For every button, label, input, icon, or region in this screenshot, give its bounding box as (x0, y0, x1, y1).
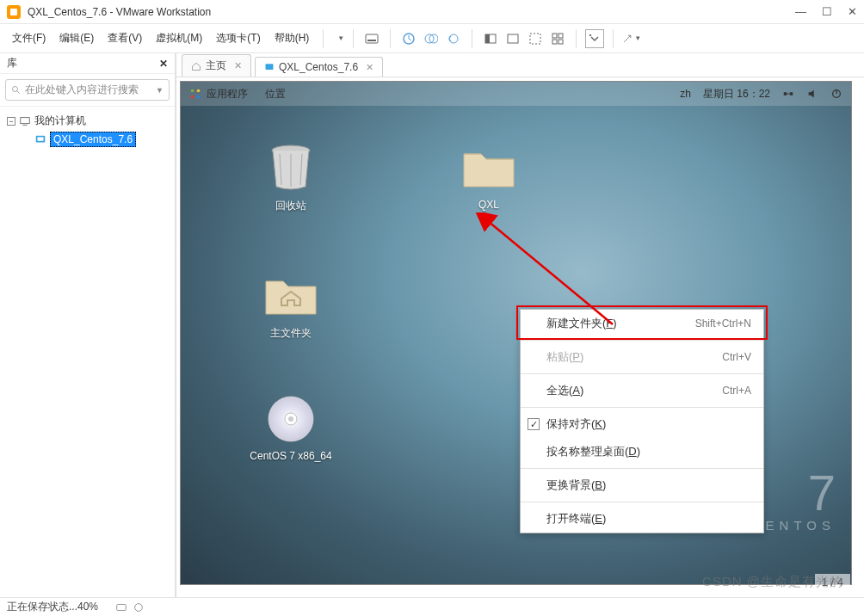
status-icons (115, 601, 145, 613)
tab-vm-label: QXL_Centos_7.6 (279, 61, 358, 73)
power-icon[interactable] (830, 88, 842, 100)
gnome-top-bar: 应用程序 位置 zh 星期日 16：22 (181, 82, 851, 106)
gnome-applications[interactable]: 应用程序 (207, 87, 248, 102)
close-button[interactable]: ✕ (848, 5, 857, 18)
desktop-trash[interactable]: 回收站 (239, 142, 343, 213)
menu-edit[interactable]: 编辑(E) (54, 28, 99, 48)
separator (472, 29, 472, 48)
dropdown-caret-icon: ▼ (156, 86, 164, 95)
gnome-lang[interactable]: zh (680, 88, 691, 100)
desktop-home-folder[interactable]: 主文件夹 (239, 269, 343, 341)
snapshot-manager-button[interactable] (422, 29, 441, 48)
separator (613, 29, 614, 48)
menu-help[interactable]: 帮助(H) (269, 28, 315, 48)
view-single-button[interactable] (481, 29, 500, 48)
svg-point-7 (449, 34, 458, 43)
svg-point-40 (288, 416, 293, 422)
tab-home[interactable]: 主页 ✕ (182, 54, 251, 77)
search-placeholder: 在此处键入内容进行搜索 (25, 83, 139, 97)
send-ctrl-alt-del-button[interactable] (362, 29, 381, 48)
tab-bar: 主页 ✕ QXL_Centos_7.6 ✕ (176, 53, 864, 77)
desktop-qxl-label: QXL (437, 199, 540, 211)
svg-point-25 (197, 89, 201, 93)
vm-screen[interactable]: 应用程序 位置 zh 星期日 16：22 回收站 (180, 81, 852, 585)
tree-root[interactable]: − 我的计算机 (7, 112, 168, 130)
menu-tabs[interactable]: 选项卡(T) (211, 28, 265, 48)
library-title: 库 (7, 56, 17, 71)
snapshot-button[interactable] (399, 29, 418, 48)
trash-icon (261, 142, 321, 194)
separator (323, 29, 324, 48)
ctx-new-folder[interactable]: 新建文件夹(F) Shift+Ctrl+N (521, 310, 763, 337)
separator (390, 29, 391, 48)
dropdown-caret-icon: ▼ (337, 34, 344, 42)
gnome-datetime[interactable]: 星期日 16：22 (703, 87, 770, 102)
svg-rect-13 (559, 34, 563, 38)
svg-point-27 (197, 95, 201, 99)
tab-close-icon[interactable]: ✕ (366, 62, 373, 73)
network-icon[interactable] (782, 88, 794, 100)
library-close-button[interactable]: ✕ (159, 58, 168, 70)
desktop-iso-label: CentOS 7 x86_64 (239, 450, 343, 462)
svg-rect-16 (589, 34, 591, 36)
ctx-select-all[interactable]: 全选(A) Ctrl+A (521, 377, 763, 404)
separator (576, 29, 577, 48)
ctx-organize[interactable]: 按名称整理桌面(D) (521, 438, 763, 465)
menu-file[interactable]: 文件(F) (7, 28, 51, 48)
library-search-input[interactable]: 在此处键入内容进行搜索 ▼ (5, 79, 170, 101)
search-icon (11, 85, 22, 95)
vm-viewport: 应用程序 位置 zh 星期日 16：22 回收站 (176, 77, 864, 597)
svg-point-26 (191, 95, 194, 99)
menu-vm[interactable]: 虚拟机(M) (151, 28, 207, 48)
volume-icon[interactable] (806, 88, 818, 100)
ctx-separator (521, 407, 763, 408)
tree-vm-item[interactable]: QXL_Centos_7.6 (34, 130, 168, 149)
svg-line-18 (17, 90, 20, 93)
fullscreen-button[interactable] (585, 29, 604, 48)
status-text: 正在保存状态...40% (7, 600, 98, 614)
tab-vm[interactable]: QXL_Centos_7.6 ✕ (255, 57, 383, 77)
folder-icon (459, 142, 519, 194)
view-unity-button[interactable] (548, 29, 567, 48)
svg-rect-19 (21, 117, 30, 123)
desktop-trash-label: 回收站 (239, 199, 343, 213)
ctx-keep-aligned[interactable]: ✓ 保持对齐(K) (521, 410, 763, 438)
minimize-button[interactable]: — (795, 5, 806, 18)
vm-tab-icon (264, 62, 275, 72)
desktop-qxl-folder[interactable]: QXL (437, 142, 540, 211)
main-area: 库 ✕ 在此处键入内容进行搜索 ▼ − 我的计算机 QXL_Centos_7.6 (0, 53, 864, 597)
view-console-button[interactable] (503, 29, 522, 48)
library-search: 在此处键入内容进行搜索 ▼ (0, 74, 175, 107)
svg-rect-12 (552, 34, 557, 38)
context-menu: 新建文件夹(F) Shift+Ctrl+N 粘贴(P) Ctrl+V 全选(A)… (520, 309, 764, 533)
svg-rect-23 (266, 64, 274, 70)
svg-point-17 (13, 86, 18, 91)
title-bar: QXL_Centos_7.6 - VMware Workstation — ☐ … (0, 0, 864, 24)
disk-icon[interactable] (115, 601, 127, 613)
pause-button[interactable]: ▼ (332, 34, 344, 42)
ctx-open-terminal[interactable]: 打开终端(E) (521, 505, 763, 533)
ctx-shortcut: Ctrl+V (722, 351, 751, 363)
menu-view[interactable]: 查看(V) (102, 28, 147, 48)
svg-rect-42 (117, 604, 127, 610)
view-thumbnail-button[interactable] (526, 29, 545, 48)
svg-rect-2 (366, 34, 378, 43)
tree-vm-label: QXL_Centos_7.6 (50, 132, 136, 147)
desktop-iso[interactable]: CentOS 7 x86_64 (239, 393, 343, 462)
menu-bar: 文件(F) 编辑(E) 查看(V) 虚拟机(M) 选项卡(T) 帮助(H) ▼ … (0, 24, 864, 53)
svg-rect-29 (790, 92, 793, 95)
device-icon[interactable] (133, 601, 145, 613)
tree-root-label: 我的计算机 (34, 114, 86, 128)
ctx-change-bg[interactable]: 更换背景(B) (521, 471, 763, 499)
gnome-places[interactable]: 位置 (265, 87, 286, 102)
revert-button[interactable] (444, 29, 463, 48)
tab-close-icon[interactable]: ✕ (234, 60, 242, 71)
page-indicator: 1 / 4 (815, 574, 850, 590)
svg-point-43 (135, 603, 143, 611)
content-area: 主页 ✕ QXL_Centos_7.6 ✕ 应用程序 位置 zh 星期日 16：… (176, 53, 864, 597)
centos-brand: 7 CENTOS (751, 468, 836, 533)
maximize-button[interactable]: ☐ (822, 5, 832, 18)
tree-collapse-icon[interactable]: − (7, 117, 15, 126)
stretch-button[interactable]: ▼ (622, 29, 641, 48)
tab-home-label: 主页 (206, 59, 226, 73)
